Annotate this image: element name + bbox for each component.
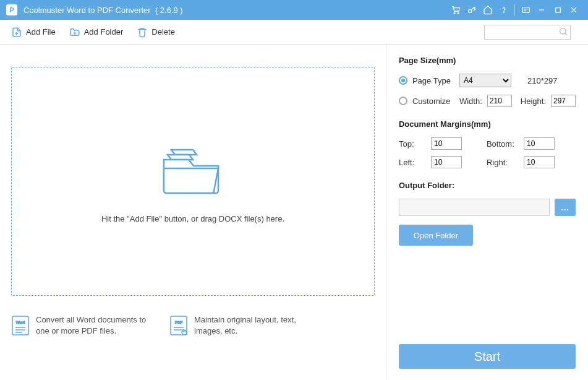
svg-point-3 (503, 12, 504, 12)
width-input[interactable] (487, 95, 512, 107)
svg-point-13 (560, 28, 566, 33)
customize-radio[interactable] (399, 97, 407, 105)
page-type-label: Page Type (412, 76, 454, 85)
toolbar: Add File Add Folder Delete (0, 20, 588, 45)
margin-top-input[interactable] (431, 137, 462, 150)
left-panel: Hit the "Add File" button, or drag DOCX … (0, 45, 386, 380)
dropzone[interactable]: Hit the "Add File" button, or drag DOCX … (11, 67, 375, 296)
page-type-radio[interactable] (399, 76, 407, 85)
margin-left-input[interactable] (431, 156, 462, 168)
pdf-doc-icon: PDF (169, 315, 188, 336)
right-panel: Page Size(mm) Page Type A4 210*297 Custo… (386, 45, 588, 380)
svg-line-14 (565, 33, 567, 35)
svg-rect-4 (522, 7, 529, 12)
help-icon[interactable] (496, 0, 512, 20)
customize-label: Customize (412, 97, 454, 106)
browse-button[interactable]: ... (555, 199, 576, 216)
add-folder-button[interactable]: Add Folder (69, 27, 124, 38)
margin-right-input[interactable] (524, 156, 555, 168)
svg-point-0 (454, 12, 455, 14)
open-folder-button[interactable]: Open Folder (399, 225, 473, 246)
app-title: Coolmuster Word to PDF Converter ( 2.6.9… (23, 6, 183, 15)
folder-illustration-icon (159, 140, 227, 196)
close-icon[interactable] (566, 0, 582, 20)
word-doc-icon: Word (11, 315, 30, 336)
svg-point-1 (458, 12, 459, 14)
titlebar: P Coolmuster Word to PDF Converter ( 2.6… (0, 0, 588, 20)
margin-right-label: Right: (487, 158, 524, 167)
add-file-icon (11, 27, 22, 38)
svg-rect-20 (171, 316, 187, 335)
svg-point-2 (469, 9, 472, 12)
margin-top-label: Top: (399, 139, 431, 149)
info-maintain-text: Maintain original layout, text, images, … (194, 314, 318, 337)
page-type-select[interactable]: A4 (459, 74, 511, 87)
height-input[interactable] (551, 95, 576, 107)
delete-label: Delete (151, 27, 175, 37)
add-folder-icon (69, 27, 80, 38)
margin-left-label: Left: (399, 158, 431, 167)
info-convert-text: Convert all Word documents to one or mor… (36, 314, 160, 337)
output-path-input[interactable] (399, 199, 550, 216)
feedback-icon[interactable] (518, 0, 534, 20)
svg-text:PDF: PDF (175, 321, 182, 324)
cart-icon[interactable] (448, 0, 464, 20)
margin-bottom-label: Bottom: (487, 139, 524, 149)
search-wrap (484, 25, 571, 40)
search-input[interactable] (484, 25, 571, 40)
key-icon[interactable] (464, 0, 480, 20)
page-type-dims: 210*297 (527, 76, 557, 85)
page-size-heading: Page Size(mm) (399, 56, 576, 65)
maximize-icon[interactable] (550, 0, 566, 20)
svg-point-24 (182, 330, 187, 335)
start-button[interactable]: Start (399, 344, 576, 369)
info-row: Word Convert all Word documents to one o… (11, 314, 375, 337)
add-file-button[interactable]: Add File (11, 27, 56, 38)
svg-text:Word: Word (16, 321, 25, 324)
add-file-label: Add File (26, 27, 56, 37)
app-logo-icon: P (6, 4, 17, 15)
minimize-icon[interactable] (534, 0, 550, 20)
height-label: Height: (521, 97, 546, 106)
add-folder-label: Add Folder (84, 27, 124, 37)
margin-bottom-input[interactable] (524, 137, 555, 150)
svg-rect-6 (555, 7, 560, 12)
dropzone-hint: Hit the "Add File" button, or drag DOCX … (101, 214, 284, 223)
home-icon[interactable] (480, 0, 496, 20)
delete-button[interactable]: Delete (137, 27, 175, 38)
margins-heading: Document Margins(mm) (399, 119, 576, 129)
width-label: Width: (459, 97, 482, 106)
delete-icon (137, 27, 148, 38)
search-icon[interactable] (558, 27, 568, 37)
output-heading: Output Folder: (399, 181, 576, 190)
